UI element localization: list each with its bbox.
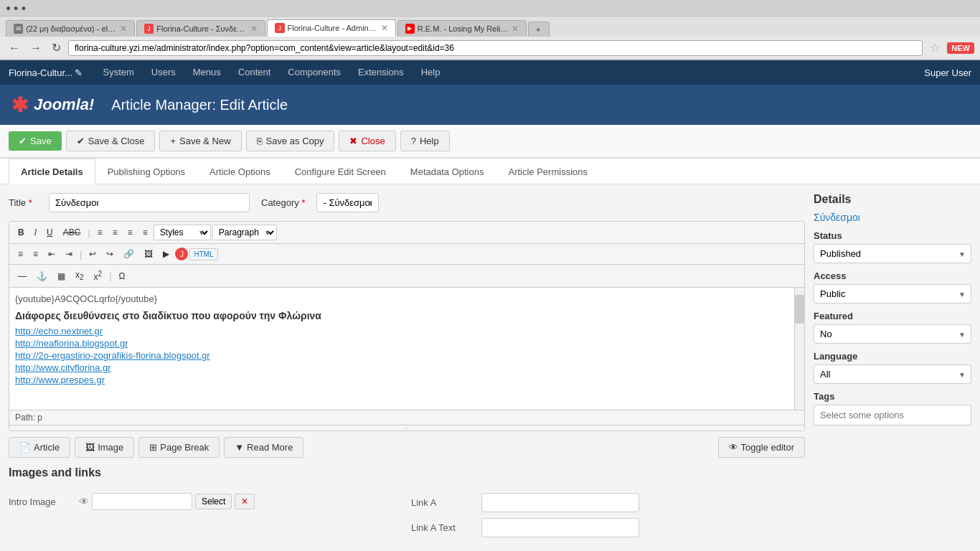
editor-undo[interactable]: ↩ xyxy=(85,247,100,261)
editor-redo[interactable]: ↪ xyxy=(102,247,118,261)
title-input[interactable] xyxy=(49,193,250,212)
super-user-menu[interactable]: Super User xyxy=(924,67,971,78)
tab-admin[interactable]: J Florina-Culture - Adminis... ✕ xyxy=(267,19,396,37)
close-tab-3[interactable]: ✕ xyxy=(381,23,388,33)
image-clear-button[interactable]: ✕ xyxy=(235,494,255,509)
close-icon: ✖ xyxy=(349,136,357,146)
nav-extensions[interactable]: Extensions xyxy=(349,60,413,85)
title-required: * xyxy=(29,197,32,208)
checkmark-icon: ✔ xyxy=(77,136,85,146)
editor-sub[interactable]: x2 xyxy=(71,268,88,283)
eye-preview-icon: 👁 xyxy=(79,496,89,507)
editor-anchor[interactable]: ⚓ xyxy=(32,269,52,283)
nav-content[interactable]: Content xyxy=(230,60,280,85)
status-select[interactable]: Published Unpublished Archived Trashed xyxy=(814,244,971,263)
editor-sup[interactable]: x2 xyxy=(90,268,107,284)
back-button[interactable]: ← xyxy=(6,40,23,56)
editor-joomla[interactable]: J xyxy=(175,248,188,260)
intro-image-field: Intro Image 👁 Select ✕ xyxy=(9,493,402,510)
access-select[interactable]: Public Guest Registered Special xyxy=(814,284,971,303)
title-category-row: Title * Category * - Σύνδεσμοι xyxy=(9,193,805,212)
article-icon: 📄 xyxy=(19,442,31,453)
editor-align-left[interactable]: ≡ xyxy=(93,225,107,240)
link-4[interactable]: http://www.cityflorina.gr xyxy=(15,362,798,373)
new-tab[interactable]: + xyxy=(528,22,550,37)
editor-ol[interactable]: ≡ xyxy=(29,247,42,261)
content-left: Title * Category * - Σύνδεσμοι B I U ABC xyxy=(9,193,805,543)
close-tab-4[interactable]: ✕ xyxy=(512,24,519,34)
image-select-button[interactable]: Select xyxy=(195,494,232,509)
editor-content[interactable]: {youtube}A9CQOCLqrfo{/youtube} Διάφορες … xyxy=(9,288,804,392)
language-select[interactable]: All English (UK) xyxy=(814,364,971,384)
editor-align-right[interactable]: ≡ xyxy=(123,225,137,240)
editor-paragraph[interactable]: Paragraph xyxy=(212,225,277,240)
editor-image[interactable]: 🖼 xyxy=(140,247,157,261)
nav-help[interactable]: Help xyxy=(413,60,449,85)
nav-menus[interactable]: Menus xyxy=(184,60,230,85)
image-path-input[interactable] xyxy=(92,493,192,510)
editor-strikethrough[interactable]: ABC xyxy=(59,225,85,240)
link-2[interactable]: http://neaflorina.blogspot.gr xyxy=(15,338,798,349)
save-close-button[interactable]: ✔ Save & Close xyxy=(66,131,156,151)
help-button[interactable]: ? Help xyxy=(400,131,450,151)
editor-resize-handle[interactable]: ⋯ xyxy=(9,425,804,430)
tab-metadata-options[interactable]: Metadata Options xyxy=(398,159,496,184)
link-a-field: Link A xyxy=(411,493,805,512)
link-5[interactable]: http://www.prespes.gr xyxy=(15,375,798,385)
nav-components[interactable]: Components xyxy=(279,60,349,85)
address-bar[interactable] xyxy=(68,40,923,56)
editor-align-justify[interactable]: ≡ xyxy=(138,225,152,240)
close-button[interactable]: ✖ Close xyxy=(339,131,395,151)
tab-rem[interactable]: ▶ R.E.M. - Losing My Religio... ✕ xyxy=(397,20,527,37)
image-button[interactable]: 🖼 Image xyxy=(75,437,134,458)
editor-media[interactable]: ▶ xyxy=(159,247,174,261)
tab-configure-edit-screen[interactable]: Configure Edit Screen xyxy=(283,159,398,184)
editor-html[interactable]: HTML xyxy=(189,248,217,260)
nav-system[interactable]: System xyxy=(94,60,142,85)
editor-align-center[interactable]: ≡ xyxy=(108,225,122,240)
editor-link[interactable]: 🔗 xyxy=(119,247,138,261)
editor-ul[interactable]: ≡ xyxy=(14,247,27,261)
tab-article-details[interactable]: Article Details xyxy=(9,159,95,184)
tab-mail[interactable]: ✉ (22 μη διαβασμένα) - elen... ✕ xyxy=(6,20,135,37)
tab-culture1[interactable]: J Florina-Culture - Συνδεσμ... ✕ xyxy=(136,20,265,37)
editor-hr[interactable]: — xyxy=(14,269,31,283)
link-a-text-field: Link A Text xyxy=(411,518,805,537)
link-a-label: Link A xyxy=(411,497,476,508)
tab-article-permissions[interactable]: Article Permissions xyxy=(496,159,600,184)
editor-bold[interactable]: B xyxy=(14,225,29,240)
editor-italic[interactable]: I xyxy=(30,225,41,240)
close-tab-2[interactable]: ✕ xyxy=(250,24,258,34)
close-tab-1[interactable]: ✕ xyxy=(120,24,127,34)
save-new-button[interactable]: + Save & New xyxy=(159,131,241,151)
article-button[interactable]: 📄 Article xyxy=(9,437,70,458)
help-icon: ? xyxy=(411,136,416,146)
featured-select[interactable]: No Yes xyxy=(814,324,971,344)
tags-input[interactable] xyxy=(814,405,971,425)
status-field: Status Published Unpublished Archived Tr… xyxy=(814,230,971,263)
editor-table[interactable]: ▦ xyxy=(53,269,70,283)
forward-button[interactable]: → xyxy=(27,40,44,56)
category-select[interactable]: - Σύνδεσμοι xyxy=(316,193,379,212)
link-a-text-input[interactable] xyxy=(481,518,639,537)
editor-indent[interactable]: ⇥ xyxy=(61,247,77,261)
nav-users[interactable]: Users xyxy=(143,60,184,85)
toggle-editor-button[interactable]: 👁 Toggle editor xyxy=(718,437,805,458)
save-button[interactable]: ✔ Save xyxy=(9,131,62,151)
editor-styles[interactable]: Styles xyxy=(154,225,211,240)
editor-content-area[interactable]: {youtube}A9CQOCLqrfo{/youtube} Διάφορες … xyxy=(9,288,804,410)
link-3[interactable]: http://2o-ergastirio-zografikis-florina.… xyxy=(15,350,798,361)
save-copy-button[interactable]: ⎘ Save as Copy xyxy=(246,131,335,151)
site-name[interactable]: Florina-Cultur... ✎ xyxy=(9,67,83,78)
tab-article-options[interactable]: Article Options xyxy=(197,159,283,184)
tab-publishing-options[interactable]: Publishing Options xyxy=(95,159,197,184)
editor-underline[interactable]: U xyxy=(42,225,57,240)
editor-special-char[interactable]: Ω xyxy=(115,269,130,283)
editor-scrollbar[interactable] xyxy=(794,288,804,410)
link-a-input[interactable] xyxy=(481,493,639,512)
reload-button[interactable]: ↻ xyxy=(49,39,64,56)
page-break-button[interactable]: ⊞ Page Break xyxy=(138,437,220,458)
editor-outdent[interactable]: ⇤ xyxy=(44,247,60,261)
read-more-button[interactable]: ▼ Read More xyxy=(224,437,303,458)
link-1[interactable]: http://echo.nextnet.gr xyxy=(15,326,798,336)
